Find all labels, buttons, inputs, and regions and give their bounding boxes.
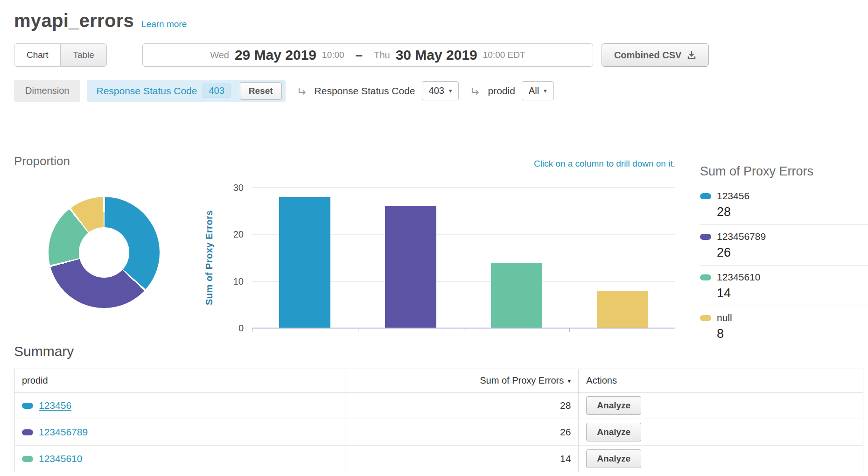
legend-item-label: 123456 bbox=[717, 190, 749, 202]
filter-chip-value: 403 bbox=[203, 84, 230, 98]
active-filter-chip: Response Status Code 403 Reset bbox=[87, 80, 285, 102]
bar-12345610[interactable] bbox=[491, 263, 542, 328]
prodid-link[interactable]: 123456789 bbox=[39, 427, 88, 438]
table-row: 123456 28 Analyze bbox=[14, 392, 863, 419]
x-axis-tick bbox=[252, 328, 252, 332]
gridline bbox=[252, 328, 675, 329]
filter-bar: Dimension Response Status Code 403 Reset… bbox=[14, 80, 868, 102]
column-header-actions: Actions bbox=[579, 369, 863, 392]
download-icon bbox=[687, 50, 696, 60]
drill-down-arrow-icon bbox=[297, 86, 308, 98]
legend-color-chip bbox=[700, 274, 711, 280]
response-status-code-value: 403 bbox=[429, 85, 444, 96]
combined-csv-label: Combined CSV bbox=[614, 50, 681, 61]
end-day: Thu bbox=[374, 50, 390, 61]
page-header: myapi_errors Learn more bbox=[14, 10, 868, 31]
column-header-prodid[interactable]: prodid bbox=[14, 369, 345, 392]
proportion-label: Proportion bbox=[14, 154, 70, 168]
caret-down-icon: ▾ bbox=[449, 87, 452, 94]
table-tab[interactable]: Table bbox=[61, 43, 106, 67]
page-title: myapi_errors bbox=[14, 10, 134, 31]
table-row: 123456789 26 Analyze bbox=[14, 419, 863, 446]
chart-tab[interactable]: Chart bbox=[14, 43, 61, 67]
reset-button[interactable]: Reset bbox=[240, 82, 282, 100]
legend-item: 123456 28 bbox=[700, 184, 868, 225]
bar-null[interactable] bbox=[597, 291, 648, 328]
legend-item: null 8 bbox=[700, 306, 868, 346]
y-tick-label: 10 bbox=[216, 277, 244, 286]
learn-more-link[interactable]: Learn more bbox=[141, 19, 187, 29]
prodid-link[interactable]: 123456 bbox=[39, 400, 71, 411]
analyze-button[interactable]: Analyze bbox=[586, 423, 641, 441]
date-range-picker[interactable]: Wed 29 May 2019 10:00 – Thu 30 May 2019 … bbox=[142, 43, 593, 67]
legend-color-chip bbox=[700, 193, 711, 199]
x-axis-tick bbox=[675, 328, 675, 332]
sum-value: 28 bbox=[345, 392, 579, 419]
sort-desc-icon: ▾ bbox=[567, 377, 571, 385]
legend-item-label: 123456789 bbox=[717, 231, 766, 242]
chart-legend: Sum of Proxy Errors 123456 28 123456789 … bbox=[700, 164, 868, 346]
row-color-chip bbox=[22, 456, 33, 462]
row-color-chip bbox=[22, 429, 33, 435]
bar-123456[interactable] bbox=[279, 197, 330, 328]
end-time: 10:00 EDT bbox=[483, 50, 525, 60]
legend-item-value: 8 bbox=[717, 327, 868, 341]
legend-item: 123456789 26 bbox=[700, 225, 868, 266]
charts-area: Proportion Sum of Proxy Errors Click on … bbox=[0, 154, 868, 337]
start-date: 29 May 2019 bbox=[235, 47, 316, 63]
dimension-label: Dimension bbox=[14, 80, 80, 102]
legend-item-value: 28 bbox=[717, 205, 868, 219]
start-day: Wed bbox=[210, 50, 229, 61]
legend-item-value: 14 bbox=[717, 286, 868, 301]
drill-down-arrow-icon bbox=[470, 86, 481, 98]
legend-item-label: 12345610 bbox=[717, 272, 760, 283]
drilldown-label-response-status-code: Response Status Code bbox=[315, 85, 415, 97]
legend-item-value: 26 bbox=[717, 245, 868, 260]
summary-table: prodid Sum of Proxy Errors ▾ Actions 123… bbox=[14, 369, 863, 472]
prodid-value: All bbox=[529, 85, 539, 96]
y-tick-label: 20 bbox=[216, 230, 244, 239]
analyze-button[interactable]: Analyze bbox=[586, 396, 641, 415]
date-range-separator: – bbox=[356, 48, 363, 63]
legend-title: Sum of Proxy Errors bbox=[700, 164, 868, 179]
y-axis-label: Sum of Proxy Errors bbox=[204, 210, 215, 305]
prodid-dropdown[interactable]: All ▾ bbox=[522, 81, 554, 100]
x-axis-tick bbox=[464, 328, 464, 332]
gridline bbox=[252, 188, 675, 188]
x-axis-tick bbox=[569, 328, 570, 332]
response-status-code-dropdown[interactable]: 403 ▾ bbox=[422, 81, 459, 100]
row-color-chip bbox=[22, 403, 33, 409]
end-date: 30 May 2019 bbox=[396, 47, 477, 63]
y-tick-label: 30 bbox=[216, 183, 244, 192]
analyze-button[interactable]: Analyze bbox=[586, 449, 641, 468]
drill-hint: Click on a column to drill down on it. bbox=[534, 159, 675, 169]
x-axis-tick bbox=[358, 328, 358, 332]
legend-item-label: null bbox=[717, 312, 732, 323]
column-header-sum[interactable]: Sum of Proxy Errors ▾ bbox=[345, 369, 579, 392]
caret-down-icon: ▾ bbox=[544, 87, 547, 94]
legend-item: 12345610 14 bbox=[700, 266, 868, 306]
bar-plot: 0102030 bbox=[252, 188, 675, 328]
sum-value: 14 bbox=[345, 446, 579, 472]
legend-color-chip bbox=[700, 234, 711, 240]
view-toggle: Chart Table bbox=[14, 43, 107, 67]
legend-color-chip bbox=[700, 315, 711, 321]
donut-chart[interactable] bbox=[49, 197, 160, 308]
prodid-link[interactable]: 12345610 bbox=[39, 453, 82, 464]
table-header-row: prodid Sum of Proxy Errors ▾ Actions bbox=[14, 369, 863, 392]
toolbar: Chart Table Wed 29 May 2019 10:00 – Thu … bbox=[14, 43, 868, 67]
combined-csv-button[interactable]: Combined CSV bbox=[602, 43, 709, 67]
drilldown-label-prodid: prodid bbox=[488, 85, 515, 97]
y-tick-label: 0 bbox=[216, 323, 244, 333]
bar-123456789[interactable] bbox=[385, 206, 436, 328]
start-time: 10:00 bbox=[322, 50, 344, 60]
sum-value: 26 bbox=[345, 419, 579, 446]
filter-chip-label: Response Status Code bbox=[96, 85, 197, 97]
table-row: 12345610 14 Analyze bbox=[14, 446, 863, 472]
